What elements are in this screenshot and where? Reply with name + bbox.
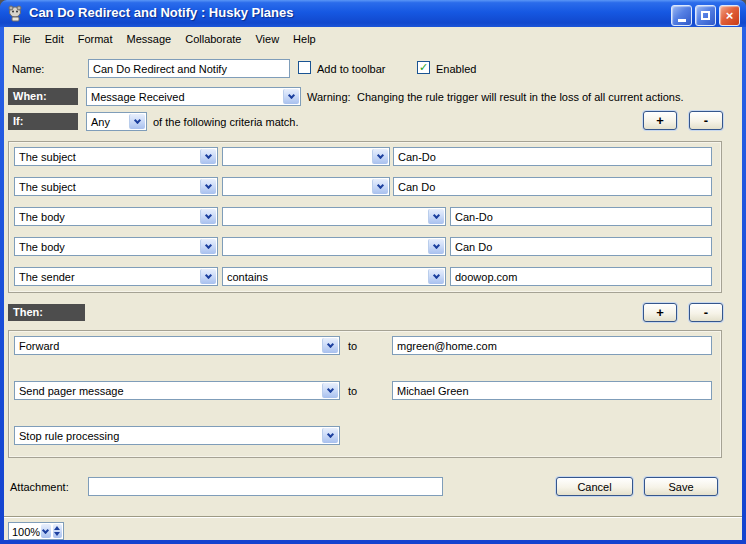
menu-edit[interactable]: Edit — [38, 31, 71, 48]
combo-value: The body — [15, 208, 199, 225]
combo-value — [223, 208, 427, 225]
criteria-value-input[interactable]: Can Do — [450, 237, 712, 256]
titlebar[interactable]: Can Do Redirect and Notify : Husky Plane… — [0, 0, 746, 27]
zoom-value: 100% — [9, 523, 40, 539]
cancel-button[interactable]: Cancel — [556, 477, 633, 496]
menu-bar: File Edit Format Message Collaborate Vie… — [6, 31, 323, 48]
criteria-operator-select[interactable]: contains — [222, 267, 446, 286]
chevron-down-icon — [200, 209, 216, 224]
combo-value — [223, 148, 371, 165]
remove-action-button[interactable]: - — [689, 303, 723, 322]
warning-label: Warning: — [307, 91, 351, 103]
chevron-down-icon — [372, 149, 388, 164]
statusbar-divider — [4, 516, 742, 518]
window-title: Can Do Redirect and Notify : Husky Plane… — [29, 5, 293, 20]
action-select[interactable]: Forward — [14, 336, 340, 355]
enabled-label: Enabled — [436, 63, 476, 75]
criteria-value-input[interactable]: Can-Do — [393, 147, 712, 166]
combo-value: The sender — [15, 268, 199, 285]
to-label: to — [348, 385, 357, 397]
trigger-select[interactable]: Message Received — [86, 87, 301, 106]
chevron-down-icon[interactable] — [41, 524, 50, 538]
when-section-label: When: — [8, 88, 78, 105]
criteria-operator-select[interactable] — [222, 207, 446, 226]
then-section-label: Then: — [8, 304, 85, 321]
combo-value: Forward — [15, 337, 321, 354]
criteria-value-input[interactable]: doowop.com — [450, 267, 712, 286]
warning-text: Changing the rule trigger will result in… — [357, 91, 684, 103]
criteria-match-text: of the following criteria match. — [153, 116, 299, 128]
combo-value: The body — [15, 238, 199, 255]
menu-file[interactable]: File — [6, 31, 38, 48]
minimize-icon — [678, 19, 686, 22]
combo-value — [223, 178, 371, 195]
menu-help[interactable]: Help — [286, 31, 323, 48]
add-to-toolbar-label: Add to toolbar — [317, 63, 386, 75]
maximize-button[interactable] — [695, 5, 716, 26]
criteria-value-input[interactable]: Can-Do — [450, 207, 712, 226]
save-button[interactable]: Save — [644, 477, 718, 496]
chevron-down-icon — [428, 209, 444, 224]
chevron-down-icon — [428, 239, 444, 254]
chevron-down-icon — [129, 114, 145, 129]
to-label: to — [348, 340, 357, 352]
add-to-toolbar-checkbox[interactable]: ✓ — [298, 61, 311, 74]
combo-value: contains — [223, 268, 427, 285]
close-icon: × — [726, 9, 734, 22]
action-select[interactable]: Stop rule processing — [14, 426, 340, 445]
chevron-down-icon — [200, 269, 216, 284]
zoom-spinner[interactable] — [53, 524, 62, 538]
spinner-down-icon — [54, 532, 60, 536]
combo-value: Any — [87, 113, 128, 130]
app-icon — [7, 5, 24, 22]
chevron-down-icon — [283, 89, 299, 104]
criteria-field-select[interactable]: The subject — [14, 147, 218, 166]
criteria-field-select[interactable]: The sender — [14, 267, 218, 286]
combo-value: The subject — [15, 178, 199, 195]
checkmark-icon: ✓ — [419, 62, 428, 73]
criteria-field-select[interactable]: The body — [14, 237, 218, 256]
attachment-input[interactable] — [88, 477, 443, 496]
close-button[interactable]: × — [719, 5, 740, 26]
action-select[interactable]: Send pager message — [14, 381, 340, 400]
criteria-field-select[interactable]: The body — [14, 207, 218, 226]
criteria-operator-select[interactable] — [222, 177, 390, 196]
chevron-down-icon — [428, 269, 444, 284]
remove-criterion-button[interactable]: - — [689, 111, 723, 130]
zoom-select[interactable]: 100% — [8, 522, 64, 540]
criteria-value-input[interactable]: Can Do — [393, 177, 712, 196]
enabled-checkbox[interactable]: ✓ — [417, 61, 430, 74]
name-input[interactable]: Can Do Redirect and Notify — [88, 59, 290, 78]
chevron-down-icon — [322, 428, 338, 443]
chevron-down-icon — [200, 149, 216, 164]
combo-value — [223, 238, 427, 255]
menu-message[interactable]: Message — [120, 31, 179, 48]
maximize-icon — [701, 11, 710, 20]
add-criterion-button[interactable]: + — [643, 111, 677, 130]
combo-value: Stop rule processing — [15, 427, 321, 444]
chevron-down-icon — [200, 239, 216, 254]
spinner-up-icon — [54, 526, 60, 530]
add-action-button[interactable]: + — [643, 303, 677, 322]
minimize-button[interactable] — [671, 5, 692, 26]
criteria-field-select[interactable]: The subject — [14, 177, 218, 196]
match-mode-select[interactable]: Any — [86, 112, 147, 131]
criteria-operator-select[interactable] — [222, 237, 446, 256]
menu-collaborate[interactable]: Collaborate — [178, 31, 248, 48]
name-label: Name: — [12, 63, 44, 75]
chevron-down-icon — [322, 338, 338, 353]
chevron-down-icon — [372, 179, 388, 194]
action-target-input[interactable]: mgreen@home.com — [392, 336, 712, 355]
attachment-label: Attachment: — [10, 481, 69, 493]
menu-view[interactable]: View — [248, 31, 286, 48]
chevron-down-icon — [322, 383, 338, 398]
criteria-operator-select[interactable] — [222, 147, 390, 166]
combo-value: Message Received — [87, 88, 282, 105]
menu-format[interactable]: Format — [71, 31, 120, 48]
if-section-label: If: — [8, 113, 78, 130]
chevron-down-icon — [200, 179, 216, 194]
combo-value: Send pager message — [15, 382, 321, 399]
action-target-input[interactable]: Michael Green — [392, 381, 712, 400]
rule-editor-window: Can Do Redirect and Notify : Husky Plane… — [0, 0, 746, 544]
combo-value: The subject — [15, 148, 199, 165]
